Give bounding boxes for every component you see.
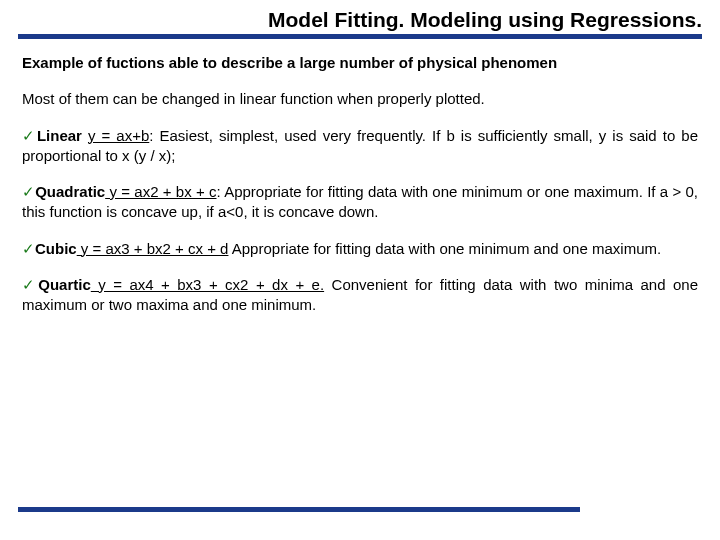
item-cubic-desc: Appropriate for fitting data with one mi…: [228, 240, 661, 257]
subheading: Example of fuctions able to describe a l…: [22, 53, 698, 73]
item-cubic-formula: y = ax3 + bx2 + cx + d: [77, 240, 229, 257]
item-quartic-formula: y = ax4 + bx3 + cx2 + dx + e.: [91, 276, 324, 293]
slide-body: Example of fuctions able to describe a l…: [0, 39, 720, 315]
check-icon: ✓: [22, 183, 35, 200]
item-quartic-name: Quartic: [38, 276, 91, 293]
item-cubic: ✓Cubic y = ax3 + bx2 + cx + d Appropriat…: [22, 239, 698, 259]
intro-text: Most of them can be changed in linear fu…: [22, 89, 698, 109]
check-icon: ✓: [22, 240, 35, 257]
item-linear-formula: y = ax+b: [88, 127, 149, 144]
footer-rule: [18, 507, 580, 512]
item-quartic: ✓Quartic y = ax4 + bx3 + cx2 + dx + e. C…: [22, 275, 698, 316]
item-quadratic: ✓Quadratic y = ax2 + bx + c: Appropriate…: [22, 182, 698, 223]
item-linear-name: Linear: [37, 127, 82, 144]
item-quadratic-formula: y = ax2 + bx + c: [105, 183, 216, 200]
title-bar: Model Fitting. Modeling using Regression…: [0, 0, 720, 39]
check-icon: ✓: [22, 127, 37, 144]
item-cubic-name: Cubic: [35, 240, 77, 257]
item-quadratic-name: Quadratic: [35, 183, 105, 200]
slide: Model Fitting. Modeling using Regression…: [0, 0, 720, 540]
check-icon: ✓: [22, 276, 38, 293]
item-linear: ✓Linear y = ax+b: Easiest, simplest, use…: [22, 126, 698, 167]
slide-title: Model Fitting. Modeling using Regression…: [18, 8, 702, 32]
